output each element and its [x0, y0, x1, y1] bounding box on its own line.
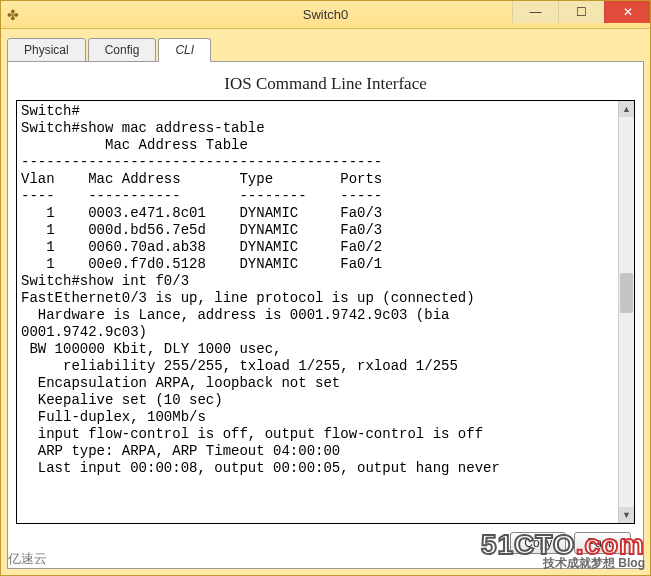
paste-button[interactable]: Paste — [574, 532, 631, 554]
scroll-thumb[interactable] — [620, 273, 633, 313]
minimize-button[interactable]: — — [512, 1, 558, 23]
terminal-line: 0001.9742.9c03) — [21, 324, 614, 341]
terminal-line: 1 00e0.f7d0.5128 DYNAMIC Fa0/1 — [21, 256, 614, 273]
terminal-container: Switch#Switch#show mac address-table Mac… — [16, 100, 635, 524]
cli-terminal[interactable]: Switch#Switch#show mac address-table Mac… — [17, 101, 618, 523]
terminal-line: Switch#show mac address-table — [21, 120, 614, 137]
terminal-line: Last input 00:00:08, output 00:00:05, ou… — [21, 460, 614, 477]
terminal-line: Vlan Mac Address Type Ports — [21, 171, 614, 188]
terminal-line: ---- ----------- -------- ----- — [21, 188, 614, 205]
scrollbar[interactable]: ▲ ▼ — [618, 101, 634, 523]
terminal-line: 1 0003.e471.8c01 DYNAMIC Fa0/3 — [21, 205, 614, 222]
scroll-up-button[interactable]: ▲ — [619, 101, 634, 117]
terminal-line: Hardware is Lance, address is 0001.9742.… — [21, 307, 614, 324]
terminal-line: FastEthernet0/3 is up, line protocol is … — [21, 290, 614, 307]
tab-bar: Physical Config CLI — [1, 29, 650, 61]
app-window: ✤ Switch0 — ☐ ✕ Physical Config CLI IOS … — [0, 0, 651, 576]
tab-cli[interactable]: CLI — [158, 38, 211, 62]
titlebar[interactable]: ✤ Switch0 — ☐ ✕ — [1, 1, 650, 29]
terminal-line: Keepalive set (10 sec) — [21, 392, 614, 409]
scroll-down-button[interactable]: ▼ — [619, 507, 634, 523]
terminal-line: 1 000d.bd56.7e5d DYNAMIC Fa0/3 — [21, 222, 614, 239]
window-controls: — ☐ ✕ — [512, 1, 650, 23]
terminal-line: ARP type: ARPA, ARP Timeout 04:00:00 — [21, 443, 614, 460]
scroll-track[interactable] — [619, 117, 634, 507]
tab-config[interactable]: Config — [88, 38, 157, 62]
maximize-button[interactable]: ☐ — [558, 1, 604, 23]
terminal-line: Switch#show int f0/3 — [21, 273, 614, 290]
copy-button[interactable]: Copy — [510, 532, 566, 554]
terminal-line: Full-duplex, 100Mb/s — [21, 409, 614, 426]
tab-physical[interactable]: Physical — [7, 38, 86, 62]
page-title: IOS Command Line Interface — [16, 74, 635, 94]
terminal-line: 1 0060.70ad.ab38 DYNAMIC Fa0/2 — [21, 239, 614, 256]
terminal-line: Mac Address Table — [21, 137, 614, 154]
terminal-line: BW 100000 Kbit, DLY 1000 usec, — [21, 341, 614, 358]
close-button[interactable]: ✕ — [604, 1, 650, 23]
terminal-line: Encapsulation ARPA, loopback not set — [21, 375, 614, 392]
terminal-line: input flow-control is off, output flow-c… — [21, 426, 614, 443]
terminal-line: ----------------------------------------… — [21, 154, 614, 171]
tab-content: IOS Command Line Interface Switch#Switch… — [7, 61, 644, 569]
terminal-line: reliability 255/255, txload 1/255, rxloa… — [21, 358, 614, 375]
app-icon: ✤ — [7, 7, 23, 23]
button-bar: Copy Paste — [16, 532, 635, 568]
corner-label: 亿速云 — [8, 550, 47, 568]
terminal-line: Switch# — [21, 103, 614, 120]
